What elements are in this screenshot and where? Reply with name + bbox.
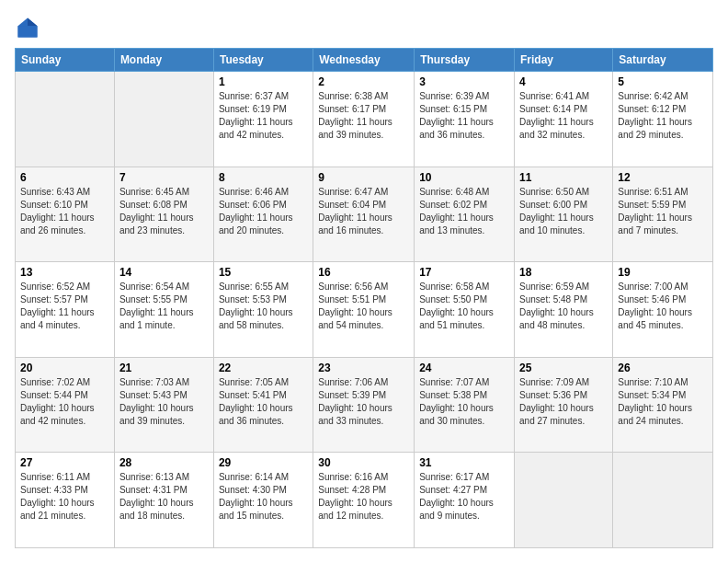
calendar-cell: 27Sunrise: 6:11 AMSunset: 4:33 PMDayligh…	[16, 453, 115, 548]
calendar-cell: 5Sunrise: 6:42 AMSunset: 6:12 PMDaylight…	[613, 72, 713, 167]
day-info: Sunrise: 6:38 AMSunset: 6:17 PMDaylight:…	[318, 90, 409, 142]
calendar-cell: 21Sunrise: 7:03 AMSunset: 5:43 PMDayligh…	[114, 357, 213, 453]
day-info: Sunrise: 6:42 AMSunset: 6:12 PMDaylight:…	[618, 90, 708, 142]
day-number: 5	[618, 75, 708, 88]
day-number: 21	[119, 362, 209, 374]
week-row-1: 1Sunrise: 6:37 AMSunset: 6:19 PMDaylight…	[16, 72, 713, 167]
day-info: Sunrise: 7:02 AMSunset: 5:44 PMDaylight:…	[20, 376, 109, 428]
day-info: Sunrise: 6:58 AMSunset: 5:50 PMDaylight:…	[419, 281, 509, 332]
day-number: 18	[519, 266, 608, 279]
day-header-thursday: Thursday	[415, 49, 515, 72]
calendar-cell: 22Sunrise: 7:05 AMSunset: 5:41 PMDayligh…	[213, 357, 313, 453]
calendar-cell: 28Sunrise: 6:13 AMSunset: 4:31 PMDayligh…	[114, 453, 213, 548]
day-header-sunday: Sunday	[16, 49, 115, 72]
day-info: Sunrise: 7:10 AMSunset: 5:34 PMDaylight:…	[618, 376, 708, 428]
calendar-cell: 18Sunrise: 6:59 AMSunset: 5:48 PMDayligh…	[515, 262, 613, 358]
calendar-cell: 1Sunrise: 6:37 AMSunset: 6:19 PMDaylight…	[213, 72, 313, 167]
day-number: 13	[20, 266, 109, 279]
day-number: 23	[318, 362, 409, 374]
header	[15, 15, 713, 40]
calendar-cell: 6Sunrise: 6:43 AMSunset: 6:10 PMDaylight…	[16, 167, 115, 262]
day-info: Sunrise: 6:41 AMSunset: 6:14 PMDaylight:…	[519, 90, 608, 142]
day-info: Sunrise: 6:54 AMSunset: 5:55 PMDaylight:…	[119, 281, 209, 332]
calendar-cell: 9Sunrise: 6:47 AMSunset: 6:04 PMDaylight…	[313, 167, 415, 262]
day-info: Sunrise: 6:47 AMSunset: 6:04 PMDaylight:…	[318, 186, 409, 237]
day-info: Sunrise: 6:46 AMSunset: 6:06 PMDaylight:…	[219, 186, 308, 237]
day-info: Sunrise: 6:45 AMSunset: 6:08 PMDaylight:…	[119, 186, 209, 237]
calendar-cell: 10Sunrise: 6:48 AMSunset: 6:02 PMDayligh…	[415, 167, 515, 262]
calendar-cell	[515, 453, 613, 548]
calendar-cell	[613, 453, 713, 548]
day-info: Sunrise: 6:59 AMSunset: 5:48 PMDaylight:…	[519, 281, 608, 332]
day-info: Sunrise: 6:14 AMSunset: 4:30 PMDaylight:…	[219, 471, 308, 523]
calendar-cell: 3Sunrise: 6:39 AMSunset: 6:15 PMDaylight…	[415, 72, 515, 167]
day-number: 31	[419, 456, 509, 469]
day-info: Sunrise: 7:06 AMSunset: 5:39 PMDaylight:…	[318, 376, 409, 428]
svg-rect-2	[18, 26, 38, 37]
day-info: Sunrise: 6:51 AMSunset: 5:59 PMDaylight:…	[618, 186, 708, 237]
day-header-saturday: Saturday	[613, 49, 713, 72]
day-number: 4	[519, 75, 608, 88]
day-number: 27	[20, 456, 109, 469]
day-info: Sunrise: 6:43 AMSunset: 6:10 PMDaylight:…	[20, 186, 109, 237]
week-row-2: 6Sunrise: 6:43 AMSunset: 6:10 PMDaylight…	[16, 167, 713, 262]
logo-icon	[15, 15, 40, 40]
calendar-cell: 16Sunrise: 6:56 AMSunset: 5:51 PMDayligh…	[313, 262, 415, 358]
day-number: 11	[519, 171, 608, 184]
day-info: Sunrise: 6:39 AMSunset: 6:15 PMDaylight:…	[419, 90, 509, 142]
calendar-body: 1Sunrise: 6:37 AMSunset: 6:19 PMDaylight…	[16, 72, 713, 548]
day-info: Sunrise: 6:48 AMSunset: 6:02 PMDaylight:…	[419, 186, 509, 237]
day-info: Sunrise: 6:11 AMSunset: 4:33 PMDaylight:…	[20, 471, 109, 523]
day-number: 6	[20, 171, 109, 184]
svg-marker-1	[28, 18, 38, 27]
day-number: 24	[419, 362, 509, 374]
day-number: 25	[519, 362, 608, 374]
calendar-cell: 26Sunrise: 7:10 AMSunset: 5:34 PMDayligh…	[613, 357, 713, 453]
day-number: 20	[20, 362, 109, 374]
day-number: 26	[618, 362, 708, 374]
day-number: 1	[219, 75, 308, 88]
day-info: Sunrise: 7:07 AMSunset: 5:38 PMDaylight:…	[419, 376, 509, 428]
calendar-cell: 20Sunrise: 7:02 AMSunset: 5:44 PMDayligh…	[16, 357, 115, 453]
day-number: 22	[219, 362, 308, 374]
calendar-cell: 15Sunrise: 6:55 AMSunset: 5:53 PMDayligh…	[213, 262, 313, 358]
day-info: Sunrise: 7:03 AMSunset: 5:43 PMDaylight:…	[119, 376, 209, 428]
week-row-5: 27Sunrise: 6:11 AMSunset: 4:33 PMDayligh…	[16, 453, 713, 548]
day-header-wednesday: Wednesday	[313, 49, 415, 72]
day-number: 29	[219, 456, 308, 469]
day-number: 14	[119, 266, 209, 279]
day-number: 9	[318, 171, 409, 184]
calendar-table: SundayMondayTuesdayWednesdayThursdayFrid…	[15, 48, 713, 548]
day-info: Sunrise: 6:56 AMSunset: 5:51 PMDaylight:…	[318, 281, 409, 332]
day-number: 28	[119, 456, 209, 469]
calendar-cell: 25Sunrise: 7:09 AMSunset: 5:36 PMDayligh…	[515, 357, 613, 453]
day-header-monday: Monday	[114, 49, 213, 72]
calendar-header: SundayMondayTuesdayWednesdayThursdayFrid…	[16, 49, 713, 72]
calendar-cell: 29Sunrise: 6:14 AMSunset: 4:30 PMDayligh…	[213, 453, 313, 548]
day-number: 16	[318, 266, 409, 279]
day-header-friday: Friday	[515, 49, 613, 72]
calendar-cell: 24Sunrise: 7:07 AMSunset: 5:38 PMDayligh…	[415, 357, 515, 453]
day-number: 15	[219, 266, 308, 279]
week-row-4: 20Sunrise: 7:02 AMSunset: 5:44 PMDayligh…	[16, 357, 713, 453]
calendar-cell: 17Sunrise: 6:58 AMSunset: 5:50 PMDayligh…	[415, 262, 515, 358]
calendar-cell: 7Sunrise: 6:45 AMSunset: 6:08 PMDaylight…	[114, 167, 213, 262]
day-number: 12	[618, 171, 708, 184]
calendar-cell: 2Sunrise: 6:38 AMSunset: 6:17 PMDaylight…	[313, 72, 415, 167]
day-info: Sunrise: 7:09 AMSunset: 5:36 PMDaylight:…	[519, 376, 608, 428]
day-number: 7	[119, 171, 209, 184]
day-info: Sunrise: 6:52 AMSunset: 5:57 PMDaylight:…	[20, 281, 109, 332]
day-number: 3	[419, 75, 509, 88]
day-number: 2	[318, 75, 409, 88]
day-number: 17	[419, 266, 509, 279]
day-number: 30	[318, 456, 409, 469]
calendar-cell	[16, 72, 115, 167]
day-number: 19	[618, 266, 708, 279]
calendar-cell: 12Sunrise: 6:51 AMSunset: 5:59 PMDayligh…	[613, 167, 713, 262]
day-info: Sunrise: 7:00 AMSunset: 5:46 PMDaylight:…	[618, 281, 708, 332]
day-number: 10	[419, 171, 509, 184]
calendar-cell: 23Sunrise: 7:06 AMSunset: 5:39 PMDayligh…	[313, 357, 415, 453]
day-header-tuesday: Tuesday	[213, 49, 313, 72]
calendar-cell: 11Sunrise: 6:50 AMSunset: 6:00 PMDayligh…	[515, 167, 613, 262]
day-info: Sunrise: 6:37 AMSunset: 6:19 PMDaylight:…	[219, 90, 308, 142]
